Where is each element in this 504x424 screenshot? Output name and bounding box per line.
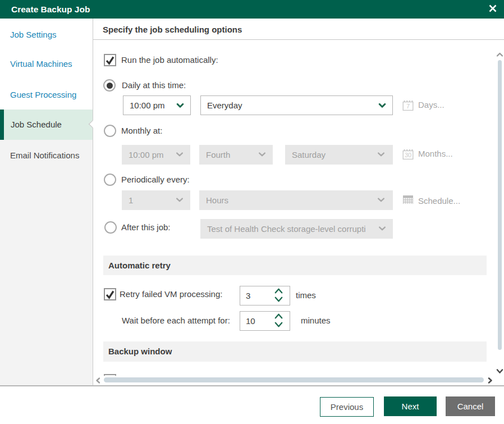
- svg-text:7: 7: [406, 103, 410, 110]
- svg-text:30: 30: [405, 152, 411, 158]
